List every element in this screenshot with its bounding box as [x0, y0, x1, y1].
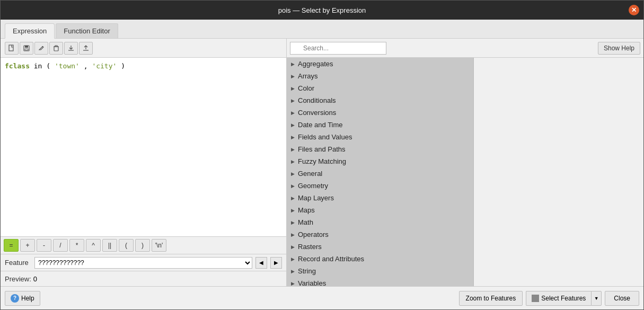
chevron-icon: ▶ [291, 244, 295, 250]
help-button[interactable]: ? Help [5, 291, 40, 306]
chevron-icon: ▶ [291, 122, 295, 128]
svg-rect-0 [9, 45, 13, 51]
chevron-icon: ▶ [291, 220, 295, 225]
window-title: pois — Select by Expression [278, 6, 366, 14]
expr-val1: 'town' [55, 62, 80, 70]
tab-bar: Expression Function Editor [1, 20, 643, 39]
operator-bar: = + - / * ^ || ( ) '\n' [1, 237, 286, 254]
op-divide[interactable]: / [53, 239, 68, 252]
zoom-to-features-button[interactable]: Zoom to Features [459, 291, 523, 306]
close-window-button[interactable]: ✕ [629, 5, 639, 15]
help-icon: ? [11, 294, 19, 303]
select-features-group: Select Features ▼ [526, 291, 602, 306]
show-help-button[interactable]: Show Help [598, 42, 640, 55]
list-item[interactable]: ▶ Conditionals [287, 94, 473, 107]
function-list: ▶ Aggregates ▶ Arrays ▶ Color ▶ Conditio… [287, 58, 474, 286]
chevron-icon: ▶ [291, 281, 295, 286]
select-icon [532, 295, 539, 302]
list-item[interactable]: ▶ Maps [287, 204, 473, 216]
svg-rect-4 [54, 47, 58, 51]
op-concat[interactable]: || [102, 239, 117, 252]
help-panel [474, 58, 643, 286]
chevron-icon: ▶ [291, 208, 295, 213]
search-input[interactable] [290, 42, 386, 55]
main-window: pois — Select by Expression ✕ Expression… [0, 0, 644, 310]
delete-button[interactable] [49, 42, 63, 55]
bottom-bar: ? Help Zoom to Features Select Features … [1, 286, 643, 309]
list-item[interactable]: ▶ Aggregates [287, 58, 473, 70]
feature-select[interactable]: ????????????? [34, 257, 252, 269]
chevron-icon: ▶ [291, 269, 295, 274]
expr-val2: 'city' [92, 62, 117, 70]
op-newline[interactable]: '\n' [152, 239, 166, 252]
list-item[interactable]: ▶ Conversions [287, 107, 473, 119]
right-panel: 🔍 Show Help ▶ Aggregates ▶ Arrays [287, 39, 643, 286]
feature-label: Feature [5, 259, 31, 267]
tab-function-editor[interactable]: Function Editor [56, 23, 118, 38]
expression-editor[interactable]: fclass in ( 'town' , 'city' ) [1, 58, 286, 237]
select-features-dropdown-button[interactable]: ▼ [591, 291, 602, 306]
title-bar: pois — Select by Expression ✕ [1, 1, 643, 20]
chevron-icon: ▶ [291, 196, 295, 201]
op-caret[interactable]: ^ [86, 239, 101, 252]
op-lparen[interactable]: ( [119, 239, 134, 252]
list-item[interactable]: ▶ Fields and Values [287, 131, 473, 143]
next-feature-button[interactable]: ▶ [270, 257, 282, 269]
list-item[interactable]: ▶ Math [287, 216, 473, 228]
op-plus[interactable]: + [20, 239, 35, 252]
save-button[interactable] [20, 42, 33, 55]
list-item[interactable]: ▶ Date and Time [287, 119, 473, 131]
op-minus[interactable]: - [37, 239, 51, 252]
expr-keyword-fclass: fclass [5, 62, 30, 70]
svg-rect-3 [25, 49, 28, 50]
prev-feature-button[interactable]: ◀ [255, 257, 267, 269]
chevron-icon: ▶ [291, 183, 295, 189]
close-dialog-button[interactable]: Close [605, 291, 639, 306]
feature-row: Feature ????????????? ◀ ▶ [1, 254, 286, 271]
chevron-icon: ▶ [291, 135, 295, 140]
expression-toolbar [1, 39, 286, 58]
op-rparen[interactable]: ) [135, 239, 150, 252]
chevron-icon: ▶ [291, 110, 295, 116]
expr-comma: , [84, 62, 92, 70]
expr-rparen: ) [121, 62, 125, 70]
left-panel: fclass in ( 'town' , 'city' ) = + - / * … [1, 39, 287, 286]
chevron-icon: ▶ [291, 86, 295, 91]
function-list-area: ▶ Aggregates ▶ Arrays ▶ Color ▶ Conditio… [287, 58, 643, 286]
list-item[interactable]: ▶ Fuzzy Matching [287, 155, 473, 167]
search-wrapper: 🔍 [290, 42, 596, 55]
chevron-icon: ▶ [291, 171, 295, 176]
list-item[interactable]: ▶ Files and Paths [287, 143, 473, 155]
chevron-icon: ▶ [291, 159, 295, 164]
expr-lparen: ( [46, 62, 50, 70]
list-item[interactable]: ▶ Rasters [287, 241, 473, 253]
svg-rect-2 [25, 46, 28, 48]
chevron-icon: ▶ [291, 232, 295, 237]
op-equals[interactable]: = [4, 239, 19, 252]
preview-value: 0 [33, 275, 37, 283]
list-item[interactable]: ▶ Map Layers [287, 192, 473, 204]
chevron-icon: ▶ [291, 147, 295, 152]
main-area: fclass in ( 'town' , 'city' ) = + - / * … [1, 39, 643, 286]
chevron-icon: ▶ [291, 74, 295, 79]
export-button[interactable] [79, 42, 93, 55]
preview-row: Preview: 0 [1, 271, 286, 286]
list-item[interactable]: ▶ String [287, 265, 473, 277]
edit-button[interactable] [34, 42, 48, 55]
list-item[interactable]: ▶ Variables [287, 277, 473, 286]
op-multiply[interactable]: * [69, 239, 84, 252]
import-button[interactable] [64, 42, 78, 55]
list-item[interactable]: ▶ General [287, 167, 473, 180]
list-item[interactable]: ▶ Operators [287, 228, 473, 241]
list-item[interactable]: ▶ Geometry [287, 180, 473, 192]
chevron-icon: ▶ [291, 61, 295, 67]
tab-expression[interactable]: Expression [5, 23, 55, 39]
select-features-button[interactable]: Select Features [526, 291, 591, 306]
preview-label: Preview: [5, 275, 31, 283]
list-item[interactable]: ▶ Arrays [287, 70, 473, 82]
list-item[interactable]: ▶ Color [287, 82, 473, 94]
list-item[interactable]: ▶ Record and Attributes [287, 253, 473, 265]
chevron-icon: ▶ [291, 98, 295, 103]
chevron-icon: ▶ [291, 256, 295, 262]
new-button[interactable] [5, 42, 19, 55]
